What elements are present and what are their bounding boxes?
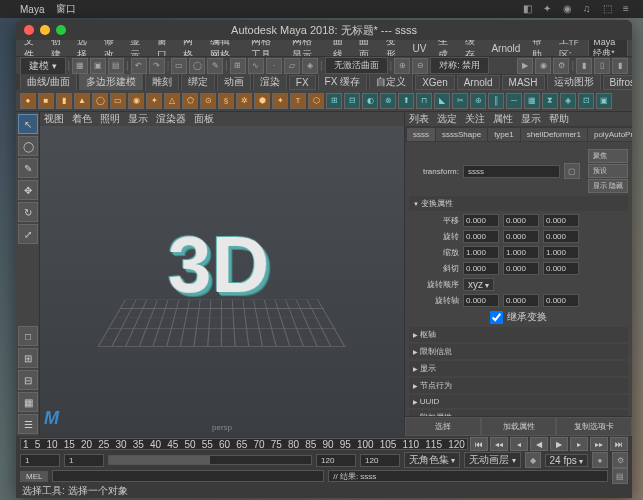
paint-tool[interactable]: ✎ bbox=[18, 158, 38, 178]
vp-menu-shading[interactable]: 着色 bbox=[72, 112, 92, 126]
scale-z[interactable] bbox=[543, 246, 579, 259]
attr-tab[interactable]: polyAutoProj1 bbox=[588, 128, 632, 141]
poly-super-icon[interactable]: ✦ bbox=[272, 93, 288, 109]
poly-helix-icon[interactable]: § bbox=[218, 93, 234, 109]
shear-xy[interactable] bbox=[463, 262, 499, 275]
shelf-tab[interactable]: 绑定 bbox=[181, 74, 215, 90]
close-button[interactable] bbox=[24, 25, 34, 35]
shelf-tab[interactable]: FX bbox=[289, 75, 316, 90]
minimize-button[interactable] bbox=[40, 25, 50, 35]
node-behavior-section[interactable]: 节点行为 bbox=[409, 378, 628, 393]
tray-icon[interactable]: ♫ bbox=[583, 3, 595, 15]
shelf-tab[interactable]: 雕刻 bbox=[145, 74, 179, 90]
panel-toggle-icon[interactable]: ▮ bbox=[576, 58, 592, 74]
scale-y[interactable] bbox=[503, 246, 539, 259]
menu-arnold[interactable]: Arnold bbox=[487, 43, 524, 54]
layout-two-icon[interactable]: ⊟ bbox=[18, 370, 38, 390]
shelf-tab[interactable]: 曲线/曲面 bbox=[20, 74, 77, 90]
fps-dropdown[interactable]: 24 fps ▾ bbox=[545, 454, 588, 467]
autokey-icon[interactable]: ● bbox=[592, 452, 608, 468]
open-scene-icon[interactable]: ▣ bbox=[90, 58, 106, 74]
select-tool[interactable]: ↖ bbox=[18, 114, 38, 134]
snap-point-icon[interactable]: · bbox=[266, 58, 282, 74]
multicut-icon[interactable]: ✂ bbox=[452, 93, 468, 109]
bevel-icon[interactable]: ◣ bbox=[434, 93, 450, 109]
vp-menu-renderer[interactable]: 渲染器 bbox=[156, 112, 186, 126]
new-scene-icon[interactable]: ▦ bbox=[72, 58, 88, 74]
snap-live-icon[interactable]: ◈ bbox=[302, 58, 318, 74]
shelf-tab[interactable]: 自定义 bbox=[369, 74, 413, 90]
prev-key-icon[interactable]: ◂ bbox=[510, 437, 528, 451]
attr-menu-attr[interactable]: 属性 bbox=[493, 112, 513, 126]
key-icon[interactable]: ◆ bbox=[525, 452, 541, 468]
select-mode-icon[interactable]: ▭ bbox=[171, 58, 187, 74]
tray-icon[interactable]: ◧ bbox=[523, 3, 535, 15]
copy-tab-button[interactable]: 复制选项卡 bbox=[556, 417, 632, 436]
maximize-button[interactable] bbox=[56, 25, 66, 35]
live-surface-dropdown[interactable]: 无激活曲面 bbox=[325, 57, 388, 74]
rotate-axis-z[interactable] bbox=[543, 294, 579, 307]
panel-toggle-icon[interactable]: ▯ bbox=[594, 58, 610, 74]
shelf-tab[interactable]: Arnold bbox=[457, 75, 500, 90]
boolean-icon[interactable]: ⊗ bbox=[380, 93, 396, 109]
poly-cube-icon[interactable]: ■ bbox=[38, 93, 54, 109]
tray-icon[interactable]: ✦ bbox=[543, 3, 555, 15]
poly-cone-icon[interactable]: ▲ bbox=[74, 93, 90, 109]
attr-menu-help[interactable]: 帮助 bbox=[549, 112, 569, 126]
ipr-icon[interactable]: ◉ bbox=[535, 58, 551, 74]
extrude-icon[interactable]: ⬆ bbox=[398, 93, 414, 109]
attr-tab[interactable]: type1 bbox=[488, 128, 520, 141]
poly-disc-icon[interactable]: ◉ bbox=[128, 93, 144, 109]
shelf-tab[interactable]: 动画 bbox=[217, 74, 251, 90]
shelf-icon[interactable]: ⊡ bbox=[578, 93, 594, 109]
lasso-icon[interactable]: ◯ bbox=[189, 58, 205, 74]
display-section[interactable]: 显示 bbox=[409, 361, 628, 376]
attr-menu-selected[interactable]: 选定 bbox=[437, 112, 457, 126]
transform-name-field[interactable] bbox=[463, 165, 560, 178]
next-key-icon[interactable]: ▸ bbox=[570, 437, 588, 451]
quad-draw-icon[interactable]: ▦ bbox=[524, 93, 540, 109]
play-back-icon[interactable]: ◀ bbox=[530, 437, 548, 451]
shelf-icon[interactable]: ▣ bbox=[596, 93, 612, 109]
range-thumb[interactable] bbox=[109, 456, 210, 464]
mac-menu-window[interactable]: 窗口 bbox=[56, 2, 76, 16]
pivot-section[interactable]: 枢轴 bbox=[409, 327, 628, 342]
vp-menu-view[interactable]: 视图 bbox=[44, 112, 64, 126]
save-scene-icon[interactable]: ▤ bbox=[108, 58, 124, 74]
poly-sphere-icon[interactable]: ● bbox=[20, 93, 36, 109]
paint-select-icon[interactable]: ✎ bbox=[207, 58, 223, 74]
toggle-icon[interactable]: ⊖ bbox=[412, 58, 428, 74]
poly-platonic-icon[interactable]: ✦ bbox=[146, 93, 162, 109]
snap-grid-icon[interactable]: ⊞ bbox=[230, 58, 246, 74]
rotate-axis-x[interactable] bbox=[463, 294, 499, 307]
uuid-section[interactable]: UUID bbox=[409, 395, 628, 408]
shear-xz[interactable] bbox=[503, 262, 539, 275]
shelf-tab[interactable]: Bifrost bbox=[603, 75, 632, 90]
layout-custom-icon[interactable]: ▦ bbox=[18, 392, 38, 412]
toggle-icon[interactable]: ⊕ bbox=[394, 58, 410, 74]
play-forward-icon[interactable]: ▶ bbox=[550, 437, 568, 451]
goto-start-icon[interactable]: ⏮ bbox=[470, 437, 488, 451]
select-button[interactable]: 选择 bbox=[405, 417, 481, 436]
smooth-icon[interactable]: ◐ bbox=[362, 93, 378, 109]
rotate-order-dropdown[interactable]: xyz ▾ bbox=[463, 278, 494, 291]
window-titlebar[interactable]: Autodesk Maya 2018: 无标题* --- ssss bbox=[16, 20, 632, 40]
rotate-x[interactable] bbox=[463, 230, 499, 243]
shelf-icon[interactable]: ◈ bbox=[560, 93, 576, 109]
layout-four-icon[interactable]: ⊞ bbox=[18, 348, 38, 368]
module-dropdown[interactable]: 建模 ▾ bbox=[20, 57, 66, 75]
scale-x[interactable] bbox=[463, 246, 499, 259]
redo-icon[interactable]: ↷ bbox=[149, 58, 165, 74]
vp-menu-lighting[interactable]: 照明 bbox=[100, 112, 120, 126]
rotate-tool[interactable]: ↻ bbox=[18, 202, 38, 222]
combine-icon[interactable]: ⊞ bbox=[326, 93, 342, 109]
poly-soccer-icon[interactable]: ⬢ bbox=[254, 93, 270, 109]
vp-menu-panels[interactable]: 面板 bbox=[194, 112, 214, 126]
anim-layer-dropdown[interactable]: 无动画层 ▾ bbox=[464, 452, 520, 468]
layout-single-icon[interactable]: □ bbox=[18, 326, 38, 346]
3d-text-object[interactable]: 3D bbox=[168, 219, 270, 312]
translate-x[interactable] bbox=[463, 214, 499, 227]
menu-uv[interactable]: UV bbox=[408, 43, 430, 54]
rotate-axis-y[interactable] bbox=[503, 294, 539, 307]
limits-section[interactable]: 限制信息 bbox=[409, 344, 628, 359]
